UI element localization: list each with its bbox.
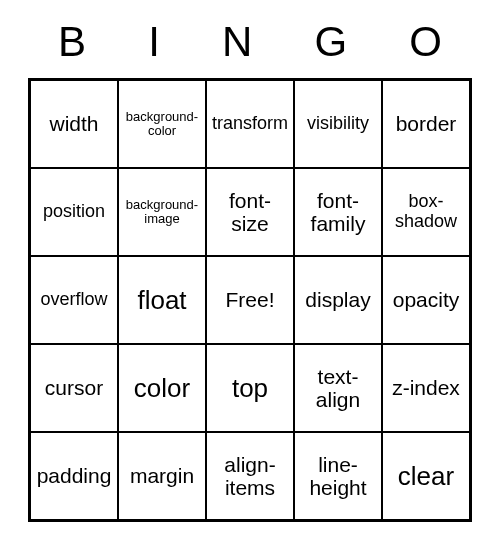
bingo-cell[interactable]: top xyxy=(206,344,294,432)
bingo-cell[interactable]: width xyxy=(30,80,118,168)
bingo-cell[interactable]: background-image xyxy=(118,168,206,256)
bingo-cell[interactable]: float xyxy=(118,256,206,344)
bingo-cell[interactable]: visibility xyxy=(294,80,382,168)
header-letter-i: I xyxy=(148,18,160,66)
bingo-cell[interactable]: color xyxy=(118,344,206,432)
bingo-cell[interactable]: text-align xyxy=(294,344,382,432)
bingo-cell[interactable]: font-size xyxy=(206,168,294,256)
bingo-header: B I N G O xyxy=(30,18,470,66)
bingo-cell[interactable]: opacity xyxy=(382,256,470,344)
header-letter-n: N xyxy=(222,18,252,66)
bingo-cell[interactable]: transform xyxy=(206,80,294,168)
bingo-cell[interactable]: display xyxy=(294,256,382,344)
bingo-cell[interactable]: cursor xyxy=(30,344,118,432)
bingo-cell[interactable]: overflow xyxy=(30,256,118,344)
bingo-cell[interactable]: padding xyxy=(30,432,118,520)
bingo-grid: width background-color transform visibil… xyxy=(28,78,472,522)
bingo-cell[interactable]: box-shadow xyxy=(382,168,470,256)
bingo-cell[interactable]: line-height xyxy=(294,432,382,520)
header-letter-g: G xyxy=(315,18,348,66)
header-letter-b: B xyxy=(58,18,86,66)
bingo-cell-free[interactable]: Free! xyxy=(206,256,294,344)
bingo-cell[interactable]: position xyxy=(30,168,118,256)
header-letter-o: O xyxy=(409,18,442,66)
bingo-cell[interactable]: margin xyxy=(118,432,206,520)
bingo-cell[interactable]: z-index xyxy=(382,344,470,432)
bingo-cell[interactable]: align-items xyxy=(206,432,294,520)
bingo-cell[interactable]: font-family xyxy=(294,168,382,256)
bingo-cell[interactable]: clear xyxy=(382,432,470,520)
bingo-cell[interactable]: border xyxy=(382,80,470,168)
bingo-cell[interactable]: background-color xyxy=(118,80,206,168)
